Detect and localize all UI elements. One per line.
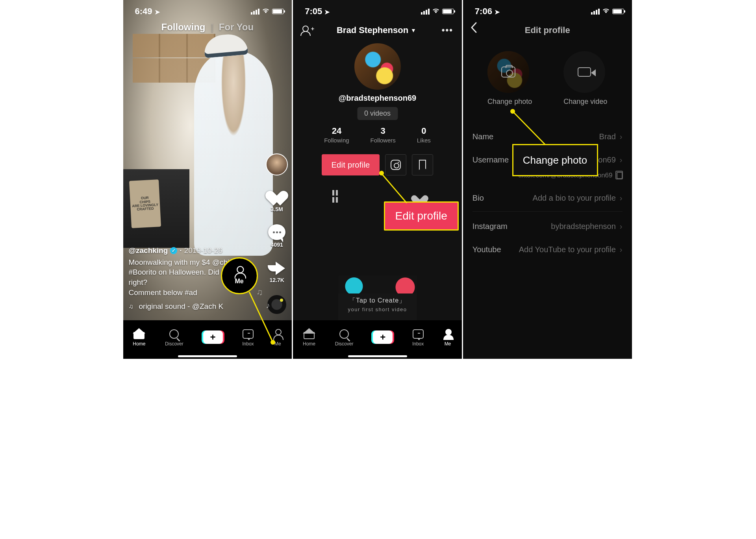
annotation-dot-change-photo <box>510 109 515 114</box>
stat-following[interactable]: 24 Following <box>324 126 349 144</box>
like-button[interactable]: 3.5M <box>268 187 285 212</box>
share-icon <box>268 260 286 275</box>
change-photo-label: Change photo <box>487 98 532 106</box>
change-photo-button[interactable]: Change photo <box>487 51 532 106</box>
annotation-me-circle: Me <box>221 257 258 294</box>
nav-me[interactable]: Me <box>443 328 452 347</box>
nav-discover-label: Discover <box>335 341 354 347</box>
tab-for-you[interactable]: For You <box>219 22 254 33</box>
row-name-label: Name <box>472 132 493 141</box>
creator-avatar[interactable] <box>266 153 288 175</box>
row-youtube-label: Youtube <box>472 245 501 254</box>
instagram-icon <box>391 160 401 170</box>
status-time: 7:06 <box>475 6 492 16</box>
stat-likes-label: Likes <box>417 137 431 144</box>
sound-row[interactable]: ♫ original sound - @Zach K <box>129 301 257 312</box>
annotation-me-label: Me <box>235 278 243 285</box>
chevron-right-icon: › <box>620 132 623 141</box>
more-options-icon[interactable]: ••• <box>442 25 453 35</box>
screen-feed: OURCHIPSARE LOVINGLYCRAFTED 6:49 ➤ Follo… <box>123 0 293 359</box>
location-icon: ➤ <box>495 9 500 15</box>
bg-person <box>194 51 273 256</box>
status-time: 7:05 <box>305 6 322 16</box>
nav-inbox-label: Inbox <box>242 341 254 347</box>
battery-icon <box>272 9 284 14</box>
back-button[interactable] <box>470 22 477 36</box>
profile-avatar[interactable] <box>354 43 401 90</box>
stat-following-label: Following <box>324 137 349 144</box>
annotation-profile-icon <box>234 266 244 278</box>
chevron-right-icon: › <box>620 155 623 164</box>
videos-count-chip: 0 videos <box>357 107 398 120</box>
change-photo-circle <box>487 51 529 93</box>
chevron-right-icon: › <box>620 194 623 203</box>
edit-profile-button[interactable]: Edit profile <box>322 154 379 175</box>
tab-following[interactable]: Following <box>161 22 206 33</box>
status-bar: 6:49 ➤ <box>123 0 292 20</box>
inbox-icon <box>243 329 254 339</box>
bg-chips-bag: OURCHIPSARE LOVINGLYCRAFTED <box>129 179 161 228</box>
wifi-icon <box>432 7 440 16</box>
inbox-icon <box>413 329 424 339</box>
edit-topbar: Edit profile <box>463 20 632 40</box>
tab-separator: | <box>211 22 213 33</box>
share-button[interactable]: 12.7K <box>268 260 286 283</box>
copy-icon <box>617 172 623 179</box>
profile-actions: Edit profile <box>293 154 462 175</box>
status-bar: 7:05 ➤ <box>293 0 462 20</box>
change-video-circle <box>563 51 605 93</box>
stat-followers-num: 3 <box>371 126 396 136</box>
screen-edit-profile: 7:06 ➤ Edit profile Change photo Change … <box>463 0 633 359</box>
change-video-button[interactable]: Change video <box>563 51 607 106</box>
chevron-down-icon: ▼ <box>411 27 416 33</box>
annotation-edit-profile-callout: Edit profile <box>384 201 459 231</box>
nav-discover[interactable]: Discover <box>165 328 183 347</box>
instagram-button[interactable] <box>385 154 406 175</box>
nav-home-label: Home <box>303 341 315 347</box>
add-friends-icon[interactable]: + <box>302 26 311 35</box>
stat-likes-num: 0 <box>417 126 431 136</box>
home-icon <box>133 329 145 339</box>
battery-icon <box>612 9 624 14</box>
nav-home[interactable]: Home <box>303 328 315 347</box>
row-bio-value: Add a bio to your profile <box>533 194 616 203</box>
plus-icon: + <box>203 330 223 344</box>
video-icon <box>578 67 591 77</box>
verified-badge-icon: ✓ <box>170 247 177 254</box>
profile-name: Brad Stephenson <box>337 25 408 35</box>
heart-lock-icon <box>414 191 426 201</box>
profile-icon <box>273 329 282 339</box>
row-instagram[interactable]: Instagram bybradstephenson› <box>472 215 623 238</box>
row-username-label: Username <box>472 155 509 164</box>
nav-create[interactable]: + <box>373 331 393 343</box>
heart-icon <box>268 187 285 205</box>
nav-home-label: Home <box>133 341 145 347</box>
row-youtube[interactable]: Youtube Add YouTube to your profile› <box>472 238 623 261</box>
stat-likes[interactable]: 0 Likes <box>417 126 431 144</box>
nav-discover[interactable]: Discover <box>335 328 354 347</box>
nav-create[interactable]: + <box>203 331 223 343</box>
nav-inbox[interactable]: Inbox <box>242 328 254 347</box>
bookmark-button[interactable] <box>412 154 433 175</box>
media-change-row: Change photo Change video <box>463 51 632 106</box>
profile-stats: 24 Following 3 Followers 0 Likes <box>293 126 462 144</box>
tap-to-create-card[interactable]: 「Tap to Create」 your first short video <box>338 275 417 324</box>
nav-home[interactable]: Home <box>133 328 145 347</box>
row-instagram-label: Instagram <box>472 222 508 231</box>
annotation-dot-edit <box>379 171 384 175</box>
nav-inbox[interactable]: Inbox <box>412 328 424 347</box>
caption-date: 2019-10-26 <box>184 246 222 256</box>
row-youtube-value: Add YouTube to your profile <box>519 245 616 254</box>
stat-following-num: 24 <box>324 126 349 136</box>
caption-username[interactable]: @zachking <box>129 246 168 256</box>
sound-disc[interactable] <box>267 295 286 314</box>
stat-followers-label: Followers <box>371 137 396 144</box>
row-bio[interactable]: Bio Add a bio to your profile› <box>472 186 623 210</box>
stat-followers[interactable]: 3 Followers <box>371 126 396 144</box>
tab-grid[interactable] <box>293 186 377 206</box>
comment-button[interactable]: 4091 <box>268 224 285 248</box>
profile-topbar: + Brad Stephenson ▼ ••• <box>293 20 462 40</box>
feed-tabs: Following | For You <box>123 22 292 33</box>
profile-title[interactable]: Brad Stephenson ▼ <box>337 25 416 35</box>
edit-title: Edit profile <box>525 25 570 35</box>
